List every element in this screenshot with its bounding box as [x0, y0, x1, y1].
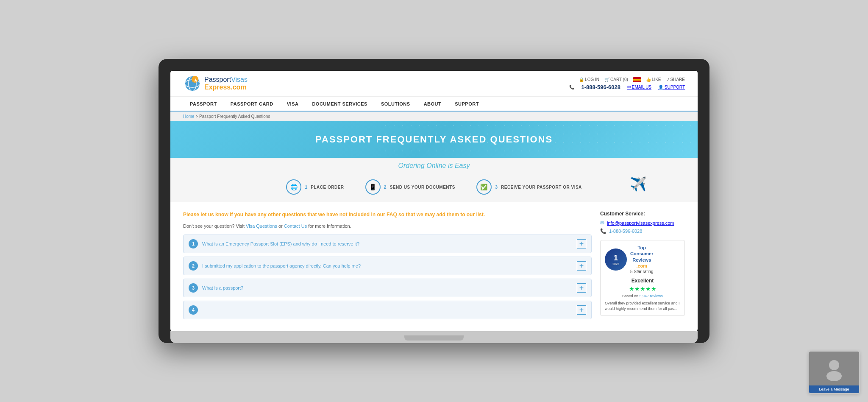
share-link[interactable]: ↗ SHARE [666, 77, 685, 82]
breadcrumb-home[interactable]: Home [183, 114, 195, 119]
faq-item-1[interactable]: 1 What is an Emergency Passport Slot (EP… [183, 234, 592, 253]
svg-point-8 [826, 371, 842, 381]
tcr-reviews-word: Reviews [630, 257, 653, 263]
faq-question-3: What is a passport? [202, 285, 573, 290]
faq-question-2: I submitted my application to the passpo… [202, 263, 573, 268]
badge-area: 1 2022 Top Consumer Reviews .com 5 Star … [605, 245, 680, 274]
nav-support[interactable]: SUPPORT [448, 97, 486, 112]
nav-passport[interactable]: PASSPORT [183, 97, 224, 112]
cs-email-link[interactable]: info@passportvisasexpress.com [607, 221, 674, 226]
cart-icon: 🛒 [604, 77, 609, 82]
chat-avatar [809, 352, 859, 385]
cs-phone: 1-888-596-6028 [609, 229, 642, 234]
faq-expand-2[interactable]: + [577, 261, 586, 271]
login-link[interactable]: 🔒 LOG IN [579, 77, 599, 82]
main-content: Please let us know if you have any other… [170, 202, 698, 331]
email-icon: ✉ [627, 85, 631, 89]
step-1: 🌐 1 PLACE ORDER [286, 179, 344, 195]
tcr-text: Top Consumer Reviews .com 5 Star rating [630, 245, 653, 274]
site-header: ★ PassportVisas Express.com 🔒 LOG IN [170, 71, 698, 97]
laptop-frame: ★ PassportVisas Express.com 🔒 LOG IN [159, 59, 709, 343]
breadcrumb-separator: > [195, 114, 199, 119]
person-icon: 👤 [658, 85, 663, 89]
faq-number-2: 2 [189, 261, 198, 271]
faq-number-3: 3 [189, 283, 198, 293]
hero-title: PASSPORT FREQUENTLY ASKED QUESTIONS [183, 134, 685, 145]
step-1-icon: 🌐 [286, 179, 301, 195]
nav-about[interactable]: ABOUT [417, 97, 448, 112]
faq-number-1: 1 [189, 239, 198, 248]
nav-passport-card[interactable]: PASSPORT CARD [224, 97, 280, 112]
reviews-count-link[interactable]: 5,947 reviews [640, 294, 663, 298]
airplane-icon: ✈️ [630, 176, 647, 192]
reviews-box: 1 2022 Top Consumer Reviews .com 5 Star … [600, 240, 685, 316]
badge-year: 2022 [612, 262, 619, 265]
breadcrumb: Home > Passport Frequently Asked Questio… [170, 112, 698, 121]
nav-visa[interactable]: VISA [280, 97, 306, 112]
email-link[interactable]: ✉ EMAIL US [627, 85, 651, 89]
cs-phone-item: 📞 1-888-596-6028 [600, 228, 685, 234]
header-right: 🔒 LOG IN 🛒 CART (0) 👍 LIKE ↗ SHARE [569, 77, 685, 90]
cart-link[interactable]: 🛒 CART (0) [604, 77, 628, 82]
chat-label[interactable]: Leave a Message [809, 385, 859, 393]
cs-email-item: ✉ info@passportvisasexpress.com [600, 220, 685, 226]
tcr-badge: 1 2022 [605, 248, 627, 271]
step-3-label: RECEIVE YOUR PASSPORT OR VISA [501, 185, 582, 190]
faq-item-3[interactable]: 3 What is a passport? + [183, 279, 592, 297]
star-rating-display: ★★★★★ [605, 285, 680, 292]
spain-flag-icon [633, 77, 641, 82]
facebook-icon: 👍 [646, 77, 651, 82]
faq-item-2[interactable]: 2 I submitted my application to the pass… [183, 257, 592, 275]
visa-questions-link[interactable]: Visa Questions [246, 223, 277, 229]
logo-express-label: Express.com [204, 84, 248, 91]
faq-question-1: What is an Emergency Passport Slot (EPS)… [202, 241, 573, 246]
email-cs-icon: ✉ [600, 220, 604, 226]
phone-number: 1-888-596-6028 [581, 84, 620, 90]
logo-globe-icon: ★ [183, 74, 202, 93]
breadcrumb-current: Passport Frequently Asked Questions [199, 114, 270, 119]
logo-text: PassportVisas Express.com [204, 76, 248, 91]
ordering-section: Ordering Online is Easy 🌐 1 PLACE ORDER … [170, 158, 698, 202]
dont-see-text: Don't see your question? Visit Visa Ques… [183, 223, 592, 229]
step-3-icon: ✅ [476, 179, 492, 195]
header-contact: 📞 1-888-596-6028 ✉ EMAIL US 👤 SUPPORT [569, 84, 685, 90]
logo-passport-label: Passport [204, 76, 231, 83]
svg-text:★: ★ [194, 78, 198, 83]
tcr-com: .com [630, 263, 653, 269]
ordering-subtitle: Ordering Online is Easy [170, 158, 698, 172]
laptop-screen: ★ PassportVisas Express.com 🔒 LOG IN [170, 71, 698, 331]
svg-point-7 [829, 360, 839, 370]
review-snippet: Overall they provided excellent service … [605, 301, 680, 311]
customer-service-label: Customer Service: [600, 211, 685, 217]
laptop-base [170, 331, 698, 343]
tcr-top: Top [630, 245, 653, 251]
intro-text: Please let us know if you have any other… [183, 211, 592, 218]
step-2: 📱 2 SEND US YOUR DOCUMENTS [365, 179, 455, 195]
step-1-label: PLACE ORDER [311, 185, 344, 190]
nav-bar: PASSPORT PASSPORT CARD VISA DOCUMENT SER… [170, 97, 698, 112]
content-left: Please let us know if you have any other… [183, 211, 592, 323]
chat-widget[interactable]: Leave a Message [809, 351, 860, 394]
support-link[interactable]: 👤 SUPPORT [658, 85, 685, 89]
logo[interactable]: ★ PassportVisas Express.com [183, 74, 248, 93]
faq-item-4[interactable]: 4 + [183, 301, 592, 319]
badge-rank: 1 [614, 254, 618, 262]
step-2-icon: 📱 [365, 179, 381, 195]
laptop-stand [404, 335, 464, 341]
tcr-consumer: Consumer [630, 251, 653, 257]
excellent-label: Excellent [605, 278, 680, 284]
nav-solutions[interactable]: SOLUTIONS [374, 97, 417, 112]
like-link[interactable]: 👍 LIKE [646, 77, 661, 82]
header-top-links: 🔒 LOG IN 🛒 CART (0) 👍 LIKE ↗ SHARE [579, 77, 685, 82]
faq-number-4: 4 [189, 305, 198, 315]
phone-icon: 📞 [569, 85, 574, 89]
faq-expand-4[interactable]: + [577, 305, 586, 315]
nav-document-services[interactable]: DOCUMENT SERVICES [305, 97, 374, 112]
tcr-star-rating: 5 Star rating [630, 269, 653, 274]
contact-us-link[interactable]: Contact Us [284, 223, 307, 229]
logo-visas-label: Visas [231, 76, 248, 83]
hero-banner: PASSPORT FREQUENTLY ASKED QUESTIONS [170, 121, 698, 158]
faq-expand-3[interactable]: + [577, 283, 586, 293]
phone-cs-icon: 📞 [600, 228, 606, 234]
faq-expand-1[interactable]: + [577, 239, 586, 248]
